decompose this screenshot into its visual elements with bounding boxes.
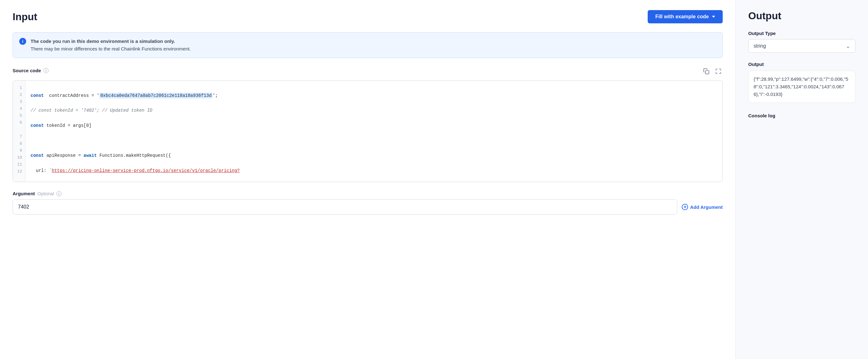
argument-info-icon[interactable]: i	[56, 191, 61, 196]
right-panel: Output Output Type string bytes uint256 …	[736, 0, 868, 359]
source-code-info-icon[interactable]: i	[43, 68, 49, 73]
argument-input[interactable]	[12, 199, 677, 215]
console-log-section: Console log	[748, 113, 856, 118]
info-text: The code you run in this demo environmen…	[31, 37, 191, 53]
code-actions	[702, 67, 723, 77]
input-panel-header: Input Fill with example code	[12, 10, 723, 23]
output-type-select-wrapper[interactable]: string bytes uint256 int256 ⌄	[748, 39, 856, 53]
source-code-label: Source code	[12, 68, 41, 73]
info-box: i The code you run in this demo environm…	[12, 32, 723, 58]
argument-label-row: Argument Optional i	[12, 191, 723, 196]
source-code-header: Source code i	[12, 67, 723, 77]
chevron-down-icon	[712, 16, 715, 18]
argument-row: + Add Argument	[12, 199, 723, 215]
output-title: Output	[748, 10, 856, 22]
output-value: {"f":28.99,"p":127.6499,"w":{"4":0,"7":0…	[748, 71, 856, 103]
code-line-3: const tokenId = args[0]	[31, 122, 717, 130]
argument-optional-label: Optional	[37, 191, 54, 196]
copy-code-button[interactable]	[702, 67, 711, 77]
output-section: Output {"f":28.99,"p":127.6499,"w":{"4":…	[748, 61, 856, 103]
code-editor[interactable]: 1 2 3 4 5 6 7 8 9 10 11 12 const contrac…	[12, 80, 723, 182]
expand-code-button[interactable]	[714, 67, 723, 77]
add-argument-button[interactable]: + Add Argument	[682, 204, 723, 210]
input-title: Input	[12, 11, 37, 23]
source-code-label-row: Source code i	[12, 68, 49, 73]
argument-label: Argument	[12, 191, 35, 196]
fill-example-button[interactable]: Fill with example code	[648, 10, 723, 23]
argument-section: Argument Optional i + Add Argument	[12, 191, 723, 215]
output-section-label: Output	[748, 61, 856, 67]
code-line-4	[31, 137, 717, 145]
plus-circle-icon: +	[682, 204, 688, 210]
output-type-select[interactable]: string bytes uint256 int256	[748, 39, 856, 53]
output-type-label: Output Type	[748, 31, 856, 36]
line-numbers: 1 2 3 4 5 6 7 8 9 10 11 12	[13, 81, 26, 182]
code-line-6: url: `https://pricing-online-service-pro…	[31, 167, 717, 175]
info-icon: i	[19, 38, 26, 45]
add-argument-label: Add Argument	[690, 204, 723, 210]
code-line-5: const apiResponse = await Functions.make…	[31, 152, 717, 160]
console-log-label: Console log	[748, 113, 856, 118]
code-line-2: // const tokenId = '7402'; // Updated to…	[31, 107, 717, 114]
fill-example-label: Fill with example code	[655, 14, 709, 20]
code-body[interactable]: const contractAddress = '0xbc4ca0eda7647…	[26, 81, 722, 182]
svg-rect-0	[706, 71, 709, 74]
code-line-1: const contractAddress = '0xbc4ca0eda7647…	[31, 92, 717, 100]
